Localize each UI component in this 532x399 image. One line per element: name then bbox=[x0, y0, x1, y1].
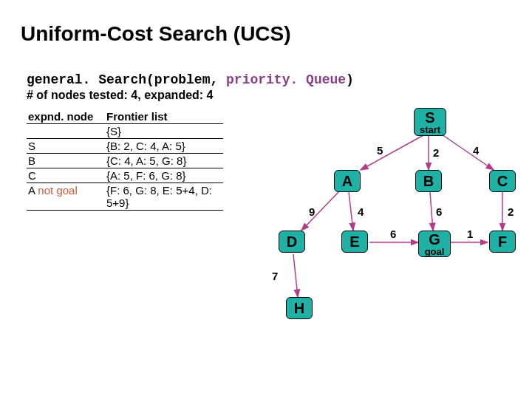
table-row: B {C: 4, A: 5, G: 8} bbox=[27, 154, 223, 168]
svg-line-2 bbox=[442, 134, 494, 170]
node-d: D bbox=[279, 231, 305, 253]
node-e-label: E bbox=[349, 234, 359, 249]
svg-line-5 bbox=[430, 192, 433, 231]
cell-node-suffix: not goal bbox=[38, 184, 77, 197]
cell-frontier: {S} bbox=[105, 124, 223, 139]
table-row: C {A: 5, F: 6, G: 8} bbox=[27, 168, 223, 183]
node-g-sub: goal bbox=[425, 247, 445, 256]
table-row: A not goal {F: 6, G: 8, E: 5+4, D: 5+9} bbox=[27, 183, 223, 211]
node-b: B bbox=[415, 170, 442, 192]
edge-label-sc: 4 bbox=[473, 144, 479, 157]
node-g: G goal bbox=[418, 231, 451, 257]
edge-label-eg: 6 bbox=[390, 228, 396, 240]
edge-label-gf: 1 bbox=[467, 228, 473, 240]
svg-line-3 bbox=[301, 192, 338, 231]
node-h: H bbox=[286, 297, 313, 319]
th-node: expnd. node bbox=[27, 109, 105, 124]
edge-label-sb: 2 bbox=[433, 146, 439, 159]
code-line: general. Search(problem, priority. Queue… bbox=[27, 72, 517, 87]
cell-node: B bbox=[27, 154, 105, 168]
cell-frontier: {B: 2, C: 4, A: 5} bbox=[105, 139, 223, 154]
node-a: A bbox=[334, 170, 361, 192]
node-f-label: F bbox=[498, 234, 507, 249]
cell-frontier: {A: 5, F: 6, G: 8} bbox=[105, 168, 223, 183]
node-e: E bbox=[341, 231, 368, 253]
table-row: S {B: 2, C: 4, A: 5} bbox=[27, 139, 223, 154]
node-s-label: S bbox=[425, 110, 434, 125]
node-s: S start bbox=[414, 108, 446, 136]
code-tail: ) bbox=[346, 72, 354, 87]
edge-label-sa: 5 bbox=[377, 144, 383, 157]
edge-label-ad: 9 bbox=[309, 205, 315, 218]
node-f: F bbox=[489, 231, 516, 253]
node-d-label: D bbox=[287, 234, 297, 249]
node-c-label: C bbox=[497, 174, 508, 188]
edge-label-cf: 2 bbox=[508, 205, 514, 218]
edge-label-ae: 4 bbox=[358, 205, 364, 218]
cell-node: C bbox=[27, 168, 105, 183]
node-s-sub: start bbox=[420, 125, 440, 134]
cell-node bbox=[27, 124, 105, 139]
code-fn: general. Search bbox=[27, 72, 146, 87]
node-a-label: A bbox=[342, 174, 352, 188]
page-title: Uniform-Cost Search (UCS) bbox=[21, 22, 517, 46]
svg-line-9 bbox=[293, 254, 298, 297]
code-arg2: priority. Queue bbox=[226, 72, 346, 87]
node-h-label: H bbox=[294, 301, 304, 316]
svg-line-0 bbox=[361, 134, 425, 170]
node-b-label: B bbox=[423, 174, 434, 188]
cell-node: S bbox=[27, 139, 105, 154]
node-g-label: G bbox=[429, 232, 440, 247]
edge-label-dh: 7 bbox=[272, 270, 278, 282]
edge-label-bg: 6 bbox=[436, 205, 442, 218]
stats-line: # of nodes tested: 4, expanded: 4 bbox=[27, 89, 517, 102]
cell-frontier: {F: 6, G: 8, E: 5+4, D: 5+9} bbox=[105, 183, 223, 211]
svg-line-4 bbox=[349, 192, 353, 231]
table-row: {S} bbox=[27, 124, 223, 139]
cell-node-main: A bbox=[28, 184, 35, 197]
th-frontier: Frontier list bbox=[105, 109, 223, 124]
code-arg1: (problem, bbox=[146, 72, 226, 87]
cell-frontier: {C: 4, A: 5, G: 8} bbox=[105, 154, 223, 168]
graph-diagram: S start A B C D E G goal F H 5 2 4 9 4 6… bbox=[259, 103, 525, 384]
node-c: C bbox=[489, 170, 516, 192]
cell-node: A not goal bbox=[27, 183, 105, 211]
